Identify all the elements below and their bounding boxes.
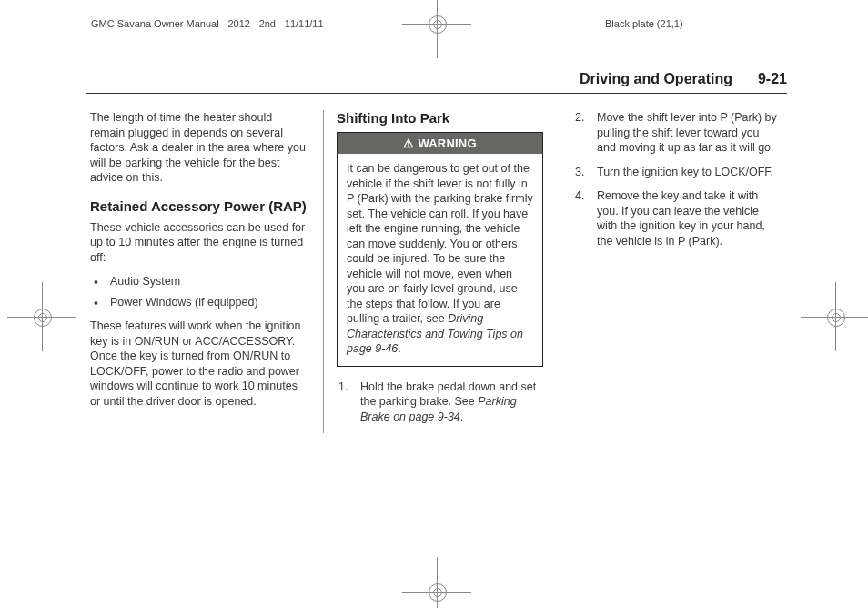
column-3: Move the shift lever into P (Park) by pu… [560,110,783,433]
shift-steps-col3: Move the shift lever into P (Park) by pu… [573,110,780,248]
heading-rap: Retained Accessory Power (RAP) [90,198,307,215]
doc-id-left: GMC Savana Owner Manual - 2012 - 2nd - 1… [91,18,324,29]
heater-paragraph: The length of time the heater should rem… [90,110,307,186]
heading-shift-into-park: Shifting Into Park [337,110,543,127]
step-2: Move the shift lever into P (Park) by pu… [573,110,780,156]
print-header: GMC Savana Owner Manual - 2012 - 2nd - 1… [0,15,868,42]
page-content: Driving and Operating 9-21 The length of… [86,71,787,433]
warning-header: ⚠ WARNING [338,133,542,154]
warning-label: WARNING [418,136,476,151]
shift-steps-col2: Hold the brake pedal down and set the pa… [337,380,543,425]
warning-box: ⚠ WARNING It can be dangerous to get out… [337,132,543,367]
running-head: Driving and Operating 9-21 [86,71,787,94]
column-2: Shifting Into Park ⚠ WARNING It can be d… [323,110,547,433]
warning-text: It can be dangerous to get out of the ve… [347,162,533,325]
registration-mark-bottom [420,575,453,608]
rap-intro: These vehicle accessories can be used fo… [90,220,307,266]
registration-mark-right [819,300,852,333]
doc-id-right: Black plate (21,1) [605,18,683,29]
registration-mark-left [25,300,58,333]
rap-detail: These features will work when the igniti… [90,319,307,409]
step-3: Turn the ignition key to LOCK/OFF. [573,165,780,180]
page-number: 9-21 [758,71,787,87]
warning-body: It can be dangerous to get out of the ve… [338,154,542,366]
chapter-title: Driving and Operating [580,71,732,87]
rap-bullet-windows: Power Windows (if equipped) [90,295,307,310]
step-1-tail: . [460,410,463,423]
warning-tail: . [398,342,400,355]
step-1: Hold the brake pedal down and set the pa… [337,380,543,425]
rap-bullet-audio: Audio System [90,274,307,289]
column-1: The length of time the heater should rem… [86,110,310,433]
rap-bullet-list: Audio System Power Windows (if equipped) [90,274,307,309]
warning-triangle-icon: ⚠ [403,137,414,149]
step-4: Remove the key and take it with you. If … [573,188,780,248]
